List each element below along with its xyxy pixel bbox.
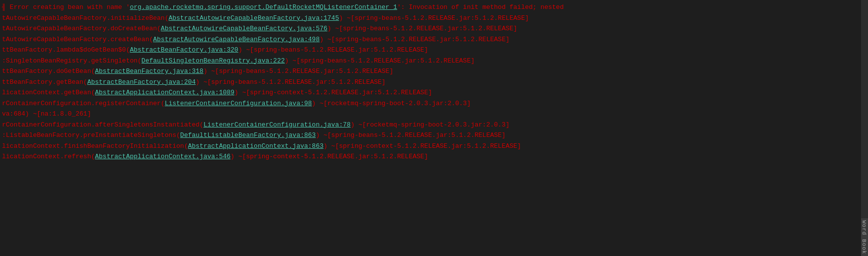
- log-line-2: tAutowireCapableBeanFactory.initializeBe…: [0, 13, 868, 24]
- log-line-15: licationContext.refresh(AbstractApplicat…: [0, 151, 868, 162]
- line-6-text: :SingletonBeanRegistry.getSingleton(: [2, 56, 142, 66]
- bean-name-link[interactable]: org.apache.rocketmq.spring.support.Defau…: [130, 2, 397, 12]
- log-line-4: tAutowireCapableBeanFactory.createBean(A…: [0, 34, 868, 45]
- line-15-suffix: ) ~[spring-context-5.1.2.RELEASE.jar:5.1…: [230, 152, 428, 162]
- line-4-suffix: ) ~[spring-beans-5.1.2.RELEASE.jar:5.1.2…: [320, 35, 509, 45]
- line-9-text: licationContext.getBean(: [2, 88, 95, 98]
- line-4-text: tAutowireCapableBeanFactory.createBean(: [2, 35, 153, 45]
- right-sidebar: Word Book: [861, 0, 868, 256]
- line-13-text: :ListableBeanFactory.preInstantiateSingl…: [2, 130, 180, 140]
- line-5-link[interactable]: AbstractBeanFactory.java:320: [130, 45, 238, 55]
- word-book-label[interactable]: Word Book: [861, 218, 868, 256]
- log-line-10: rContainerConfiguration.registerContaine…: [0, 98, 868, 109]
- line-12-suffix: ) ~[rocketmq-spring-boot-2.0.3.jar:2.0.3…: [351, 120, 509, 130]
- line-10-link[interactable]: ListenerContainerConfiguration.java:98: [165, 99, 312, 109]
- line-7-text: ttBeanFactory.doGetBean(: [2, 66, 95, 76]
- line-8-text: ttBeanFactory.getBean(: [2, 77, 87, 87]
- log-line-9: licationContext.getBean(AbstractApplicat…: [0, 87, 868, 98]
- line-10-suffix: ) ~[rocketmq-spring-boot-2.0.3.jar:2.0.3…: [312, 99, 471, 109]
- line-10-text: rContainerConfiguration.registerContaine…: [2, 99, 165, 109]
- line-15-link[interactable]: AbstractApplicationContext.java:546: [95, 152, 230, 162]
- line-14-suffix: ) ~[spring-context-5.1.2.RELEASE.jar:5.1…: [324, 141, 521, 151]
- line-3-text: tAutowireCapableBeanFactory.doCreateBean…: [2, 24, 161, 34]
- line-9-suffix: ) ~[spring-context-5.1.2.RELEASE.jar:5.1…: [234, 88, 432, 98]
- line-8-suffix: ) ~[spring-beans-5.1.2.RELEASE.jar:5.1.2…: [196, 77, 385, 87]
- line-6-link[interactable]: DefaultSingletonBeanRegistry.java:222: [142, 56, 285, 66]
- log-line-1: ╢ Error creating bean with name 'org.apa…: [0, 2, 868, 13]
- line-12-link[interactable]: ListenerContainerConfiguration.java:78: [204, 120, 351, 130]
- line-12-text: rContainerConfiguration.afterSingletonsI…: [2, 120, 204, 130]
- line-11-text: va:684) ~[na:1.8.0_261]: [2, 109, 91, 119]
- line-9-link[interactable]: AbstractApplicationContext.java:1089: [95, 88, 234, 98]
- line-14-text: licationContext.finishBeanFactoryInitial…: [2, 141, 188, 151]
- line-1-prefix: ╢ Error creating bean with name ': [2, 2, 130, 12]
- line-2-link[interactable]: AbstractAutowireCapableBeanFactory.java:…: [168, 13, 339, 23]
- log-line-14: licationContext.finishBeanFactoryInitial…: [0, 141, 868, 152]
- line-4-link[interactable]: AbstractAutowireCapableBeanFactory.java:…: [153, 35, 319, 45]
- line-14-link[interactable]: AbstractApplicationContext.java:863: [188, 141, 323, 151]
- line-6-suffix: ) ~[spring-beans-5.1.2.RELEASE.jar:5.1.2…: [285, 56, 475, 66]
- line-3-link[interactable]: AbstractAutowireCapableBeanFactory.java:…: [161, 24, 327, 34]
- log-line-13: :ListableBeanFactory.preInstantiateSingl…: [0, 130, 868, 141]
- line-15-text: licationContext.refresh(: [2, 152, 95, 162]
- line-3-suffix: ) ~[spring-beans-5.1.2.RELEASE.jar:5.1.2…: [327, 24, 517, 34]
- line-5-suffix: ) ~[spring-beans-5.1.2.RELEASE.jar:5.1.2…: [238, 45, 428, 55]
- log-line-11: va:684) ~[na:1.8.0_261]: [0, 109, 868, 120]
- line-8-link[interactable]: AbstractBeanFactory.java:204: [87, 77, 196, 87]
- line-7-suffix: ) ~[spring-beans-5.1.2.RELEASE.jar:5.1.2…: [204, 66, 393, 76]
- log-line-5: ttBeanFactory.lambda$doGetBean$0(Abstrac…: [0, 45, 868, 56]
- log-line-7: ttBeanFactory.doGetBean(AbstractBeanFact…: [0, 66, 868, 77]
- line-1-suffix: ': Invocation of init method failed; nes…: [397, 2, 564, 12]
- line-13-link[interactable]: DefaultListableBeanFactory.java:863: [180, 130, 316, 140]
- log-line-6: :SingletonBeanRegistry.getSingleton(Defa…: [0, 56, 868, 66]
- line-2-text: tAutowireCapableBeanFactory.initializeBe…: [2, 13, 168, 23]
- log-line-8: ttBeanFactory.getBean(AbstractBeanFactor…: [0, 77, 868, 88]
- console-container: ╢ Error creating bean with name 'org.apa…: [0, 0, 868, 256]
- line-13-suffix: ) ~[spring-beans-5.1.2.RELEASE.jar:5.1.2…: [316, 130, 506, 140]
- log-line-12: rContainerConfiguration.afterSingletonsI…: [0, 120, 868, 130]
- line-7-link[interactable]: AbstractBeanFactory.java:318: [95, 66, 203, 76]
- line-2-suffix: ) ~[spring-beans-5.1.2.RELEASE.jar:5.1.2…: [339, 13, 529, 23]
- line-5-text: ttBeanFactory.lambda$doGetBean$0(: [2, 45, 130, 55]
- log-line-3: tAutowireCapableBeanFactory.doCreateBean…: [0, 23, 868, 34]
